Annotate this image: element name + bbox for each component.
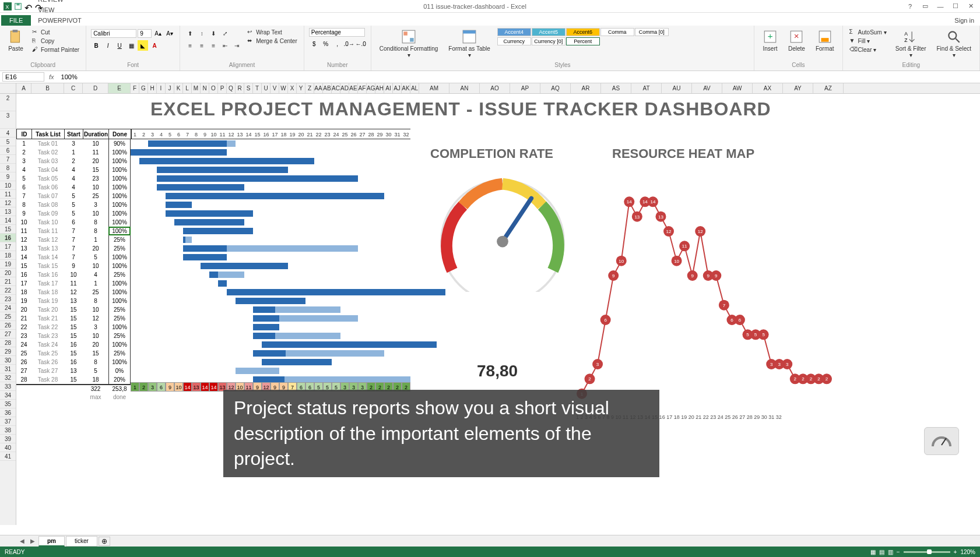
- merge-center-button[interactable]: ⬌Merge & Center: [245, 37, 299, 45]
- font-color-button[interactable]: A: [149, 40, 160, 51]
- col-AX[interactable]: AX: [753, 83, 783, 93]
- align-bot-icon[interactable]: ⬇: [208, 28, 219, 38]
- orientation-icon[interactable]: ⤢: [220, 28, 230, 38]
- task-row[interactable]: 28Task 28151820%: [16, 375, 132, 384]
- align-top-icon[interactable]: ⬆: [185, 28, 195, 38]
- col-AI[interactable]: AI: [384, 83, 393, 93]
- col-AG[interactable]: AG: [367, 83, 375, 93]
- format-table-button[interactable]: Format as Table ▾: [445, 28, 494, 59]
- task-row[interactable]: 2Task 02111100%: [16, 148, 132, 157]
- task-row[interactable]: 23Task 23151025%: [16, 332, 132, 340]
- task-row[interactable]: 13Task 1372025%: [16, 244, 132, 253]
- close-icon[interactable]: ✕: [964, 1, 978, 12]
- align-left-icon[interactable]: ≡: [185, 40, 195, 51]
- task-row[interactable]: 19Task 19138100%: [16, 297, 132, 305]
- col-C[interactable]: C: [64, 83, 83, 93]
- row-23[interactable]: 23: [0, 295, 16, 304]
- shrink-font-icon[interactable]: A▾: [164, 28, 175, 38]
- sheet-tab-pm[interactable]: pm: [38, 536, 65, 547]
- col-AJ[interactable]: AJ: [393, 83, 402, 93]
- style-accent6[interactable]: Accent6: [566, 28, 600, 36]
- col-AD[interactable]: AD: [340, 83, 349, 93]
- col-AS[interactable]: AS: [601, 83, 631, 93]
- delete-cells-button[interactable]: ×Delete: [785, 28, 809, 53]
- row-24[interactable]: 24: [0, 304, 16, 312]
- task-row[interactable]: 4Task 04415100%: [16, 165, 132, 174]
- align-right-icon[interactable]: ≡: [208, 40, 219, 51]
- task-row[interactable]: 27Task 271350%: [16, 366, 132, 375]
- insert-cells-button[interactable]: +Insert: [759, 28, 781, 53]
- task-row[interactable]: 16Task 1610425%: [16, 270, 132, 279]
- row-27[interactable]: 27: [0, 330, 16, 339]
- col-G[interactable]: G: [139, 83, 148, 93]
- select-all-corner[interactable]: [0, 83, 16, 93]
- zoom-in-icon[interactable]: +: [954, 549, 957, 555]
- col-AU[interactable]: AU: [662, 83, 692, 93]
- col-L[interactable]: L: [183, 83, 192, 93]
- find-select-button[interactable]: Find & Select ▾: [933, 28, 975, 59]
- zoom-slider[interactable]: [904, 551, 950, 553]
- style-accent4[interactable]: Accent4: [497, 28, 531, 36]
- task-row[interactable]: 18Task 181225100%: [16, 288, 132, 297]
- col-T[interactable]: T: [253, 83, 262, 93]
- col-E[interactable]: E: [108, 83, 131, 93]
- col-AH[interactable]: AH: [375, 83, 384, 93]
- col-AQ[interactable]: AQ: [540, 83, 571, 93]
- col-X[interactable]: X: [288, 83, 297, 93]
- conditional-formatting-button[interactable]: Conditional Formatting ▾: [376, 28, 442, 59]
- font-size-select[interactable]: [138, 29, 152, 38]
- file-tab[interactable]: FILE: [1, 15, 31, 26]
- row-7[interactable]: 7: [0, 155, 16, 164]
- sheet-nav-next[interactable]: ▶: [28, 538, 37, 544]
- wrap-text-button[interactable]: ↩Wrap Text: [245, 28, 299, 36]
- comma-icon[interactable]: ,: [332, 38, 343, 49]
- add-sheet-button[interactable]: ⊕: [99, 537, 110, 546]
- task-row[interactable]: 5Task 05423100%: [16, 174, 132, 183]
- col-AW[interactable]: AW: [722, 83, 753, 93]
- task-row[interactable]: 7Task 07525100%: [16, 192, 132, 200]
- row-15[interactable]: 15: [0, 225, 16, 234]
- col-B[interactable]: B: [31, 83, 64, 93]
- col-W[interactable]: W: [279, 83, 288, 93]
- help-icon[interactable]: ?: [903, 1, 917, 12]
- col-AA[interactable]: AA: [314, 83, 323, 93]
- style-comma0[interactable]: Comma [0]: [635, 28, 669, 36]
- task-row[interactable]: 25Task 25151525%: [16, 349, 132, 358]
- task-row[interactable]: 11Task 1178100%: [16, 227, 132, 235]
- col-AT[interactable]: AT: [631, 83, 662, 93]
- row-34[interactable]: 34: [0, 391, 16, 400]
- style-comma[interactable]: Comma: [600, 28, 634, 36]
- col-AZ[interactable]: AZ: [813, 83, 844, 93]
- bold-button[interactable]: B: [91, 40, 101, 51]
- col-AY[interactable]: AY: [783, 83, 813, 93]
- task-row[interactable]: 12Task 127125%: [16, 235, 132, 244]
- col-AM[interactable]: AM: [419, 83, 449, 93]
- sheet-tab-ticker[interactable]: ticker: [66, 536, 97, 547]
- col-AV[interactable]: AV: [692, 83, 722, 93]
- col-AN[interactable]: AN: [449, 83, 480, 93]
- row-6[interactable]: 6: [0, 146, 16, 155]
- grow-font-icon[interactable]: A▴: [153, 28, 163, 38]
- row-4[interactable]: 4: [0, 129, 16, 138]
- style-accent5[interactable]: Accent5: [532, 28, 565, 36]
- col-U[interactable]: U: [262, 83, 271, 93]
- autosum-button[interactable]: ΣAutoSum ▾: [848, 28, 888, 36]
- task-row[interactable]: 20Task 20151025%: [16, 305, 132, 314]
- underline-button[interactable]: U: [114, 40, 125, 51]
- sort-filter-button[interactable]: AZSort & Filter ▾: [892, 28, 930, 59]
- row-40[interactable]: 40: [0, 443, 16, 452]
- row-28[interactable]: 28: [0, 339, 16, 347]
- row-38[interactable]: 38: [0, 426, 16, 435]
- fill-button[interactable]: ▼Fill ▾: [848, 37, 888, 45]
- align-mid-icon[interactable]: ↕: [196, 28, 207, 38]
- row-13[interactable]: 13: [0, 207, 16, 216]
- col-A[interactable]: A: [16, 83, 31, 93]
- col-I[interactable]: I: [157, 83, 166, 93]
- align-center-icon[interactable]: ≡: [196, 40, 207, 51]
- row-20[interactable]: 20: [0, 269, 16, 277]
- col-F[interactable]: F: [131, 83, 139, 93]
- row-36[interactable]: 36: [0, 408, 16, 417]
- col-N[interactable]: N: [201, 83, 209, 93]
- formula-input[interactable]: [59, 73, 980, 81]
- row-8[interactable]: 8: [0, 164, 16, 172]
